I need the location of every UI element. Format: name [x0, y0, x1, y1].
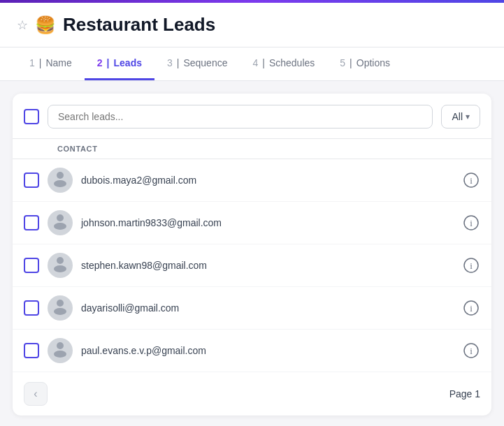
- row-checkbox[interactable]: [24, 300, 39, 316]
- select-all-checkbox[interactable]: [24, 109, 39, 124]
- main-content: All ▾ CONTACT dubois.maya2@gmail.com i: [13, 94, 491, 416]
- svg-point-16: [57, 342, 64, 349]
- tab-num: 2: [97, 57, 103, 68]
- row-checkbox[interactable]: [24, 343, 39, 358]
- table-row: dubois.maya2@gmail.com i: [13, 159, 491, 202]
- avatar: [48, 210, 73, 235]
- svg-point-4: [57, 214, 64, 221]
- avatar: [48, 253, 73, 278]
- avatar: [48, 295, 73, 321]
- filter-label: All: [452, 111, 463, 122]
- svg-point-9: [54, 265, 66, 272]
- svg-point-1: [54, 180, 66, 187]
- avatar: [48, 338, 73, 363]
- row-checkbox[interactable]: [24, 215, 39, 230]
- info-button[interactable]: i: [462, 341, 480, 360]
- emoji-icon: 🍔: [35, 15, 56, 35]
- avatar-icon: [50, 339, 70, 362]
- search-input[interactable]: [58, 111, 422, 122]
- lead-email: johnson.martin9833@gmail.com: [81, 217, 454, 228]
- table-row: dayarisolli@gmail.com i: [13, 287, 491, 330]
- filter-button[interactable]: All ▾: [441, 105, 480, 128]
- tab-name[interactable]: 1|Name: [17, 47, 85, 80]
- table-row: johnson.martin9833@gmail.com i: [13, 202, 491, 244]
- svg-point-0: [57, 172, 64, 179]
- tab-num: 1: [29, 57, 35, 68]
- svg-text:i: i: [470, 346, 473, 356]
- info-button[interactable]: i: [462, 299, 480, 317]
- svg-point-5: [54, 223, 66, 230]
- tab-num: 5: [340, 57, 345, 68]
- leads-list: dubois.maya2@gmail.com i johnson.martin9…: [13, 159, 491, 372]
- tab-num: 4: [252, 57, 258, 68]
- avatar-icon: [50, 254, 70, 277]
- star-icon[interactable]: ☆: [17, 17, 28, 33]
- lead-email: dubois.maya2@gmail.com: [81, 175, 454, 186]
- info-button[interactable]: i: [462, 171, 480, 189]
- tab-sequence[interactable]: 3|Sequence: [154, 47, 240, 80]
- tab-label: Options: [357, 57, 390, 68]
- svg-text:i: i: [470, 218, 473, 228]
- svg-text:i: i: [470, 260, 473, 271]
- page-title: Restaurant Leads: [63, 14, 215, 36]
- tab-label: Name: [45, 57, 71, 68]
- svg-point-17: [54, 351, 66, 358]
- avatar: [48, 168, 73, 193]
- table-row: paul.evans.e.v.p@gmail.com i: [13, 330, 491, 372]
- avatar-icon: [50, 168, 70, 192]
- tab-schedules[interactable]: 4|Schedules: [240, 47, 327, 80]
- svg-point-13: [54, 308, 66, 315]
- lead-email: dayarisolli@gmail.com: [81, 302, 454, 314]
- chevron-down-icon: ▾: [466, 112, 470, 122]
- info-button[interactable]: i: [462, 256, 480, 274]
- prev-page-button[interactable]: ‹: [24, 382, 48, 406]
- row-checkbox[interactable]: [24, 172, 39, 188]
- search-box: [48, 105, 433, 128]
- row-checkbox[interactable]: [24, 258, 39, 273]
- tab-num: 3: [167, 57, 173, 68]
- table-row: stephen.kawn98@gmail.com i: [13, 244, 491, 287]
- tab-leads[interactable]: 2|Leads: [85, 47, 154, 80]
- tab-label: Schedules: [269, 57, 315, 68]
- svg-text:i: i: [470, 303, 473, 314]
- tab-label: Sequence: [183, 57, 227, 68]
- svg-point-8: [57, 257, 64, 264]
- lead-email: stephen.kawn98@gmail.com: [81, 260, 454, 271]
- page-label: Page 1: [449, 388, 480, 399]
- footer: ‹ Page 1: [13, 372, 491, 416]
- chevron-left-icon: ‹: [34, 388, 37, 400]
- info-button[interactable]: i: [462, 214, 480, 232]
- svg-point-12: [57, 300, 64, 307]
- table-header: CONTACT: [13, 138, 491, 159]
- tab-options[interactable]: 5|Options: [327, 47, 403, 80]
- avatar-icon: [50, 296, 70, 320]
- tabs-bar: 1|Name2|Leads3|Sequence4|Schedules5|Opti…: [0, 47, 504, 81]
- lead-email: paul.evans.e.v.p@gmail.com: [81, 345, 454, 356]
- tab-label: Leads: [114, 57, 142, 68]
- svg-text:i: i: [470, 175, 473, 186]
- avatar-icon: [50, 211, 70, 235]
- search-row: All ▾: [13, 94, 491, 138]
- header: ☆ 🍔 Restaurant Leads: [0, 3, 504, 47]
- contact-column-header: CONTACT: [57, 145, 98, 153]
